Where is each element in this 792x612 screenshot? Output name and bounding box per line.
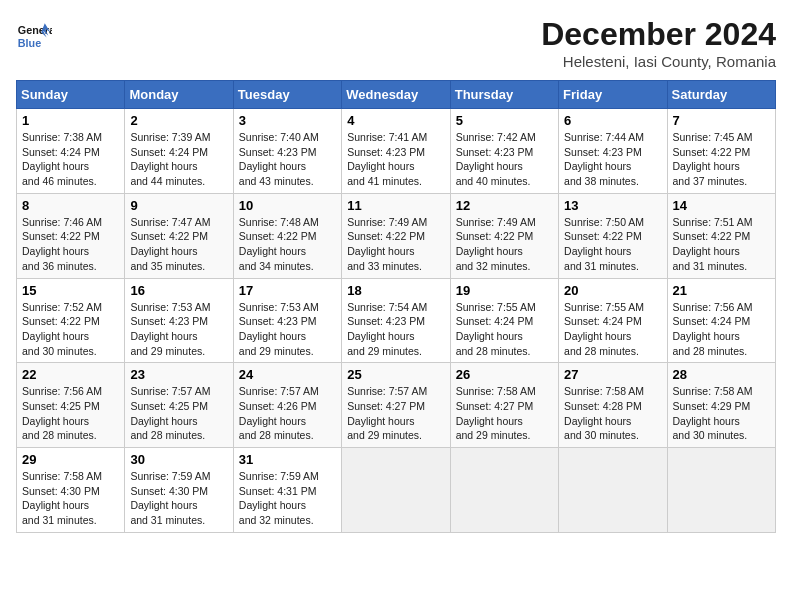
calendar-cell [450, 448, 558, 533]
calendar-cell: 6 Sunrise: 7:44 AMSunset: 4:23 PMDayligh… [559, 109, 667, 194]
day-info: Sunrise: 7:55 AMSunset: 4:24 PMDaylight … [564, 301, 644, 357]
day-info: Sunrise: 7:52 AMSunset: 4:22 PMDaylight … [22, 301, 102, 357]
day-number: 28 [673, 367, 770, 382]
calendar-week-row: 22 Sunrise: 7:56 AMSunset: 4:25 PMDaylig… [17, 363, 776, 448]
calendar-cell [667, 448, 775, 533]
calendar-cell: 31 Sunrise: 7:59 AMSunset: 4:31 PMDaylig… [233, 448, 341, 533]
calendar-cell: 21 Sunrise: 7:56 AMSunset: 4:24 PMDaylig… [667, 278, 775, 363]
calendar-table: SundayMondayTuesdayWednesdayThursdayFrid… [16, 80, 776, 533]
day-info: Sunrise: 7:53 AMSunset: 4:23 PMDaylight … [130, 301, 210, 357]
calendar-cell: 7 Sunrise: 7:45 AMSunset: 4:22 PMDayligh… [667, 109, 775, 194]
day-number: 26 [456, 367, 553, 382]
calendar-cell: 19 Sunrise: 7:55 AMSunset: 4:24 PMDaylig… [450, 278, 558, 363]
day-number: 19 [456, 283, 553, 298]
day-info: Sunrise: 7:41 AMSunset: 4:23 PMDaylight … [347, 131, 427, 187]
day-number: 8 [22, 198, 119, 213]
day-info: Sunrise: 7:56 AMSunset: 4:25 PMDaylight … [22, 385, 102, 441]
calendar-header-thursday: Thursday [450, 81, 558, 109]
calendar-cell: 22 Sunrise: 7:56 AMSunset: 4:25 PMDaylig… [17, 363, 125, 448]
calendar-header-sunday: Sunday [17, 81, 125, 109]
calendar-cell [559, 448, 667, 533]
calendar-cell: 25 Sunrise: 7:57 AMSunset: 4:27 PMDaylig… [342, 363, 450, 448]
day-number: 4 [347, 113, 444, 128]
day-number: 30 [130, 452, 227, 467]
day-info: Sunrise: 7:39 AMSunset: 4:24 PMDaylight … [130, 131, 210, 187]
calendar-cell: 23 Sunrise: 7:57 AMSunset: 4:25 PMDaylig… [125, 363, 233, 448]
calendar-cell: 24 Sunrise: 7:57 AMSunset: 4:26 PMDaylig… [233, 363, 341, 448]
day-number: 29 [22, 452, 119, 467]
calendar-cell: 11 Sunrise: 7:49 AMSunset: 4:22 PMDaylig… [342, 193, 450, 278]
calendar-week-row: 1 Sunrise: 7:38 AMSunset: 4:24 PMDayligh… [17, 109, 776, 194]
calendar-cell: 5 Sunrise: 7:42 AMSunset: 4:23 PMDayligh… [450, 109, 558, 194]
svg-text:Blue: Blue [18, 37, 41, 49]
day-info: Sunrise: 7:49 AMSunset: 4:22 PMDaylight … [347, 216, 427, 272]
calendar-cell: 8 Sunrise: 7:46 AMSunset: 4:22 PMDayligh… [17, 193, 125, 278]
logo-icon: General Blue [16, 16, 52, 52]
calendar-week-row: 29 Sunrise: 7:58 AMSunset: 4:30 PMDaylig… [17, 448, 776, 533]
day-info: Sunrise: 7:40 AMSunset: 4:23 PMDaylight … [239, 131, 319, 187]
calendar-cell: 13 Sunrise: 7:50 AMSunset: 4:22 PMDaylig… [559, 193, 667, 278]
calendar-header-friday: Friday [559, 81, 667, 109]
calendar-cell: 26 Sunrise: 7:58 AMSunset: 4:27 PMDaylig… [450, 363, 558, 448]
calendar-cell: 3 Sunrise: 7:40 AMSunset: 4:23 PMDayligh… [233, 109, 341, 194]
day-info: Sunrise: 7:58 AMSunset: 4:29 PMDaylight … [673, 385, 753, 441]
day-number: 16 [130, 283, 227, 298]
calendar-header-wednesday: Wednesday [342, 81, 450, 109]
calendar-week-row: 15 Sunrise: 7:52 AMSunset: 4:22 PMDaylig… [17, 278, 776, 363]
day-info: Sunrise: 7:59 AMSunset: 4:31 PMDaylight … [239, 470, 319, 526]
calendar-cell: 9 Sunrise: 7:47 AMSunset: 4:22 PMDayligh… [125, 193, 233, 278]
day-info: Sunrise: 7:54 AMSunset: 4:23 PMDaylight … [347, 301, 427, 357]
calendar-cell: 12 Sunrise: 7:49 AMSunset: 4:22 PMDaylig… [450, 193, 558, 278]
day-info: Sunrise: 7:48 AMSunset: 4:22 PMDaylight … [239, 216, 319, 272]
day-number: 2 [130, 113, 227, 128]
day-info: Sunrise: 7:51 AMSunset: 4:22 PMDaylight … [673, 216, 753, 272]
day-number: 5 [456, 113, 553, 128]
calendar-cell: 16 Sunrise: 7:53 AMSunset: 4:23 PMDaylig… [125, 278, 233, 363]
calendar-cell: 20 Sunrise: 7:55 AMSunset: 4:24 PMDaylig… [559, 278, 667, 363]
calendar-week-row: 8 Sunrise: 7:46 AMSunset: 4:22 PMDayligh… [17, 193, 776, 278]
day-number: 25 [347, 367, 444, 382]
day-number: 17 [239, 283, 336, 298]
logo: General Blue [16, 16, 52, 52]
calendar-header-tuesday: Tuesday [233, 81, 341, 109]
day-number: 13 [564, 198, 661, 213]
day-number: 18 [347, 283, 444, 298]
day-info: Sunrise: 7:57 AMSunset: 4:27 PMDaylight … [347, 385, 427, 441]
day-info: Sunrise: 7:57 AMSunset: 4:25 PMDaylight … [130, 385, 210, 441]
day-number: 24 [239, 367, 336, 382]
calendar-header-row: SundayMondayTuesdayWednesdayThursdayFrid… [17, 81, 776, 109]
day-info: Sunrise: 7:38 AMSunset: 4:24 PMDaylight … [22, 131, 102, 187]
day-number: 23 [130, 367, 227, 382]
day-number: 15 [22, 283, 119, 298]
calendar-header-saturday: Saturday [667, 81, 775, 109]
calendar-cell: 29 Sunrise: 7:58 AMSunset: 4:30 PMDaylig… [17, 448, 125, 533]
day-number: 12 [456, 198, 553, 213]
calendar-cell: 2 Sunrise: 7:39 AMSunset: 4:24 PMDayligh… [125, 109, 233, 194]
day-info: Sunrise: 7:50 AMSunset: 4:22 PMDaylight … [564, 216, 644, 272]
page-title: December 2024 [541, 16, 776, 53]
calendar-cell: 10 Sunrise: 7:48 AMSunset: 4:22 PMDaylig… [233, 193, 341, 278]
day-info: Sunrise: 7:47 AMSunset: 4:22 PMDaylight … [130, 216, 210, 272]
calendar-cell: 28 Sunrise: 7:58 AMSunset: 4:29 PMDaylig… [667, 363, 775, 448]
day-info: Sunrise: 7:56 AMSunset: 4:24 PMDaylight … [673, 301, 753, 357]
calendar-cell: 27 Sunrise: 7:58 AMSunset: 4:28 PMDaylig… [559, 363, 667, 448]
day-info: Sunrise: 7:46 AMSunset: 4:22 PMDaylight … [22, 216, 102, 272]
calendar-cell: 18 Sunrise: 7:54 AMSunset: 4:23 PMDaylig… [342, 278, 450, 363]
day-number: 11 [347, 198, 444, 213]
day-info: Sunrise: 7:58 AMSunset: 4:27 PMDaylight … [456, 385, 536, 441]
day-number: 9 [130, 198, 227, 213]
day-number: 6 [564, 113, 661, 128]
day-number: 10 [239, 198, 336, 213]
page-subtitle: Helesteni, Iasi County, Romania [541, 53, 776, 70]
day-number: 21 [673, 283, 770, 298]
day-number: 31 [239, 452, 336, 467]
calendar-cell: 14 Sunrise: 7:51 AMSunset: 4:22 PMDaylig… [667, 193, 775, 278]
day-info: Sunrise: 7:53 AMSunset: 4:23 PMDaylight … [239, 301, 319, 357]
day-number: 20 [564, 283, 661, 298]
calendar-cell: 30 Sunrise: 7:59 AMSunset: 4:30 PMDaylig… [125, 448, 233, 533]
day-info: Sunrise: 7:42 AMSunset: 4:23 PMDaylight … [456, 131, 536, 187]
day-number: 1 [22, 113, 119, 128]
day-number: 22 [22, 367, 119, 382]
day-info: Sunrise: 7:55 AMSunset: 4:24 PMDaylight … [456, 301, 536, 357]
day-info: Sunrise: 7:58 AMSunset: 4:30 PMDaylight … [22, 470, 102, 526]
